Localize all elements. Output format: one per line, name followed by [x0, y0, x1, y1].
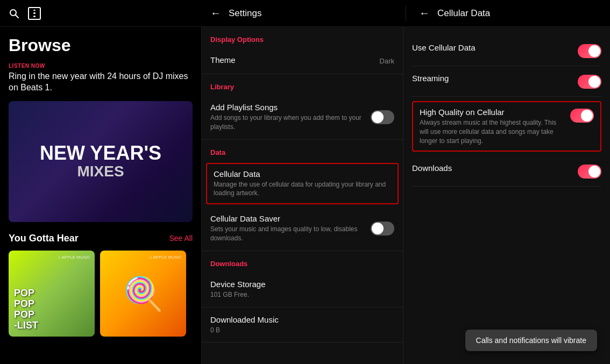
top-bar: ← Settings ← Cellular Data: [0, 0, 610, 27]
streaming-row: Streaming: [412, 66, 601, 97]
svg-line-1: [16, 15, 19, 18]
downloaded-music-item: Downloaded Music 0 B: [202, 308, 403, 343]
cellular-saver-desc: Sets your music and images quality to lo…: [210, 225, 371, 243]
apple-music-badge-2: ♫ APPLE MUSIC: [148, 255, 182, 260]
high-quality-row: High Quality on Cellular Always stream m…: [412, 101, 601, 152]
theme-title: Theme: [210, 55, 380, 65]
main-content: Browse LISTEN NOW Ring in the new year w…: [0, 27, 610, 364]
downloads-row: Downloads: [412, 156, 601, 187]
streaming-toggle[interactable]: [578, 75, 601, 89]
you-gotta-hear-header: You Gotta Hear See All: [9, 233, 193, 244]
browse-panel: Browse LISTEN NOW Ring in the new year w…: [0, 27, 202, 364]
theme-item[interactable]: Theme Dark: [202, 48, 403, 74]
data-label: Data: [202, 140, 403, 161]
cellular-data-title-setting: Cellular Data: [214, 169, 391, 179]
cellular-saver-toggle[interactable]: [371, 222, 394, 235]
theme-value: Dark: [380, 57, 394, 65]
use-cellular-title: Use Cellular Data: [412, 43, 578, 52]
toast-notification: Calls and notifications will vibrate: [465, 330, 597, 351]
hero-image: NEW YEAR'S MIXES: [9, 101, 193, 222]
album-row: ♫ APPLE MUSIC POPPOPPOP-LIST ♫ APPLE MUS…: [9, 251, 193, 337]
cellular-data-saver-item[interactable]: Cellular Data Saver Sets your music and …: [202, 206, 403, 251]
apple-music-badge-1: ♫ APPLE MUSIC: [57, 255, 90, 260]
downloaded-music-title: Downloaded Music: [210, 315, 394, 324]
use-cellular-toggle[interactable]: [578, 44, 601, 58]
settings-panel: Display Options Theme Dark Library Add P…: [202, 27, 403, 364]
cellular-saver-title: Cellular Data Saver: [210, 214, 371, 223]
browse-topbar: [6, 6, 208, 21]
device-storage-value: 101 GB Free.: [210, 290, 394, 299]
settings-title: Settings: [229, 8, 261, 19]
cellular-data-desc: Manage the use of cellular data for upda…: [214, 180, 391, 198]
more-options-icon[interactable]: [28, 7, 41, 20]
album-text-1: POPPOPPOP-LIST: [14, 288, 38, 331]
downloads-title: Downloads: [412, 163, 578, 173]
high-quality-title: High Quality on Cellular: [420, 108, 564, 117]
streaming-title: Streaming: [412, 74, 578, 83]
add-playlist-songs-item[interactable]: Add Playlist Songs Add songs to your lib…: [202, 95, 403, 140]
device-storage-item: Device Storage 101 GB Free.: [202, 272, 403, 308]
high-quality-desc: Always stream music at the highest quali…: [420, 118, 559, 145]
cellular-data-title: Cellular Data: [437, 8, 490, 19]
downloaded-music-value: 0 B: [210, 326, 394, 335]
album-card-2[interactable]: ♫ APPLE MUSIC 🍭: [100, 251, 186, 337]
library-label: Library: [202, 74, 403, 95]
downloads-label: Downloads: [202, 251, 403, 272]
cellular-data-item[interactable]: Cellular Data Manage the use of cellular…: [206, 163, 399, 205]
listen-now-label: LISTEN NOW: [9, 63, 193, 69]
search-icon[interactable]: [6, 6, 22, 21]
album-card-1[interactable]: ♫ APPLE MUSIC POPPOPPOP-LIST: [9, 251, 95, 337]
section-title: You Gotta Hear: [9, 233, 79, 244]
use-cellular-data-row: Use Cellular Data: [412, 35, 601, 66]
hero-text: NEW YEAR'S MIXES: [40, 142, 161, 180]
toast-text: Calls and notifications will vibrate: [476, 336, 586, 345]
downloads-toggle[interactable]: [578, 165, 601, 179]
cellular-panel: Use Cellular Data Streaming High Quality…: [403, 27, 610, 364]
cellular-topbar: ← Cellular Data: [406, 6, 604, 21]
add-playlist-desc: Add songs to your library when you add t…: [210, 113, 371, 132]
see-all-button[interactable]: See All: [169, 234, 193, 242]
settings-back-button[interactable]: ←: [208, 6, 223, 21]
add-playlist-title: Add Playlist Songs: [210, 103, 371, 112]
device-storage-title: Device Storage: [210, 280, 394, 289]
display-options-label: Display Options: [202, 27, 403, 48]
high-quality-toggle[interactable]: [570, 109, 594, 123]
listen-now-text: Ring in the new year with 24 hours of DJ…: [9, 71, 193, 94]
add-playlist-toggle[interactable]: [371, 110, 394, 124]
browse-title: Browse: [9, 35, 193, 55]
cellular-back-button[interactable]: ←: [417, 6, 432, 21]
settings-topbar: ← Settings: [208, 6, 406, 21]
